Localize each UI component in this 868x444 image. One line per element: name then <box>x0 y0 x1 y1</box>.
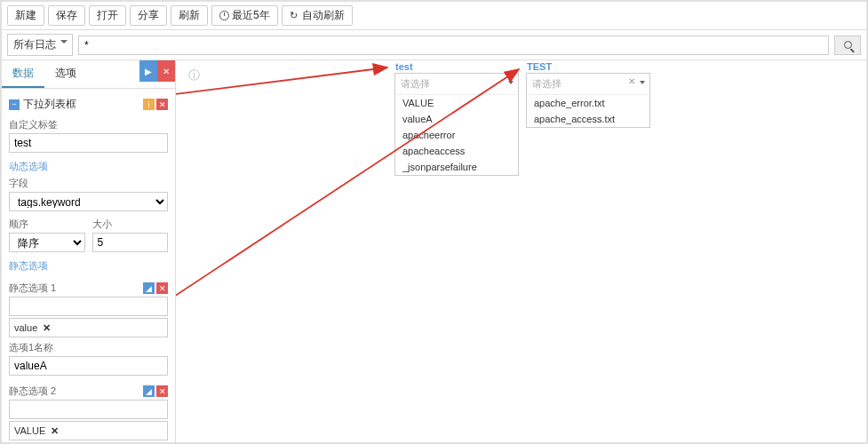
static-options-header[interactable]: 静态选项 <box>9 259 168 273</box>
tag-icon[interactable]: ◢ <box>143 385 155 397</box>
tab-data[interactable]: 数据 <box>2 60 44 88</box>
caret-down-icon <box>640 81 645 84</box>
static-option-1-title: 静态选项 1 <box>9 281 56 295</box>
static-option-1-chip: value ✕ <box>9 318 168 337</box>
order-label-1: 顺序 <box>9 218 85 231</box>
sidebar-tabs: 数据 选项 ▶ ✕ <box>2 60 175 89</box>
custom-label-label: 自定义标签 <box>9 118 168 131</box>
time-range-button[interactable]: 最近5年 <box>211 5 278 26</box>
tag-icon[interactable]: ◢ <box>143 282 155 294</box>
delete-option-button[interactable]: ✕ <box>156 282 168 294</box>
chip-remove-icon[interactable]: ✕ <box>43 322 51 334</box>
preview-dropdown-list: apache_error.txt apache_access.txt <box>527 95 649 127</box>
preview-dropdown-label: test <box>395 61 413 72</box>
search-bar: 所有日志 <box>2 30 866 60</box>
close-sidebar-button[interactable]: ✕ <box>157 60 175 82</box>
field-label-1: 字段 <box>9 177 168 190</box>
clear-icon[interactable]: ✕ <box>628 76 635 86</box>
static-option-1-header: 静态选项 1 ◢ ✕ <box>9 281 168 295</box>
search-icon <box>844 41 852 49</box>
size-label-1: 大小 <box>92 218 169 231</box>
field-select-1[interactable]: tags.keyword <box>9 192 168 211</box>
auto-refresh-button[interactable]: 自动刷新 <box>282 5 353 26</box>
search-button[interactable] <box>834 36 861 55</box>
share-button[interactable]: 分享 <box>130 5 167 26</box>
collapse-icon[interactable]: − <box>9 99 20 110</box>
static-option-2-title: 静态选项 2 <box>9 385 56 398</box>
panel-info-button[interactable]: i <box>143 99 155 110</box>
list-item[interactable]: apacheaccess <box>395 143 518 159</box>
caret-down-icon <box>60 40 68 44</box>
main-preview: ⓘ test 请选择 VALUE valueA apacheerror apac… <box>176 60 866 444</box>
chip-remove-icon[interactable]: ✕ <box>51 425 59 437</box>
size-input-1[interactable] <box>92 233 169 252</box>
sidebar-body: − 下拉列表框 i ✕ 自定义标签 动态选项 字段 tags.keyword 顺… <box>2 89 175 444</box>
dropdown-placeholder: 请选择 <box>532 78 561 89</box>
open-button[interactable]: 打开 <box>89 5 126 26</box>
list-item[interactable]: apacheerror <box>395 127 518 143</box>
clock-icon <box>219 11 229 20</box>
save-button[interactable]: 保存 <box>48 5 85 26</box>
log-source-label: 所有日志 <box>13 38 56 51</box>
option-1-name-input[interactable] <box>9 356 168 376</box>
order-select-1[interactable]: 降序 <box>9 233 85 252</box>
auto-refresh-label: 自动刷新 <box>302 8 345 23</box>
static-option-2-chip: VALUE ✕ <box>9 421 168 440</box>
preview-dropdown-test-caps: TEST 请选择 ✕ apache_error.txt apache_acces… <box>526 73 650 128</box>
list-item[interactable]: valueA <box>395 111 518 127</box>
refresh-button[interactable]: 刷新 <box>171 5 208 26</box>
panel-delete-button[interactable]: ✕ <box>156 99 168 110</box>
list-item[interactable]: apache_access.txt <box>527 111 649 127</box>
delete-option-button[interactable]: ✕ <box>156 385 168 397</box>
panel-1-title: 下拉列表框 <box>23 97 76 112</box>
list-item[interactable]: VALUE <box>395 95 518 111</box>
caret-down-icon <box>508 81 514 84</box>
list-item[interactable]: apache_error.txt <box>527 95 649 111</box>
log-source-select[interactable]: 所有日志 <box>7 34 73 56</box>
run-button[interactable]: ▶ <box>139 60 157 82</box>
help-icon[interactable]: ⓘ <box>188 68 200 82</box>
time-range-label: 最近5年 <box>232 8 270 23</box>
sidebar: 数据 选项 ▶ ✕ − 下拉列表框 i ✕ 自定义标签 动态选项 字段 tags… <box>2 60 176 444</box>
panel-1-header: − 下拉列表框 i ✕ <box>9 94 168 115</box>
dynamic-options-header-1[interactable]: 动态选项 <box>9 160 168 173</box>
custom-label-input-1[interactable] <box>9 133 168 153</box>
svg-line-1 <box>176 67 387 112</box>
new-button[interactable]: 新建 <box>7 5 44 26</box>
preview-dropdown-trigger[interactable]: 请选择 ✕ <box>527 74 649 95</box>
preview-dropdown-test: test 请选择 VALUE valueA apacheerror apache… <box>394 73 519 176</box>
preview-dropdown-trigger[interactable]: 请选择 <box>395 74 518 95</box>
static-option-1-input[interactable] <box>9 297 168 316</box>
preview-dropdown-list: VALUE valueA apacheerror apacheaccess _j… <box>395 95 518 175</box>
search-input[interactable] <box>78 36 829 55</box>
list-item[interactable]: _jsonparsefailure <box>395 159 518 175</box>
tab-options[interactable]: 选项 <box>44 60 87 88</box>
option-1-name-label: 选项1名称 <box>9 341 168 354</box>
preview-dropdown-label: TEST <box>527 61 552 72</box>
static-option-2-input[interactable] <box>9 400 168 419</box>
dropdown-placeholder: 请选择 <box>401 78 430 89</box>
chip-value: value <box>14 322 37 333</box>
static-option-2-header: 静态选项 2 ◢ ✕ <box>9 385 168 398</box>
chip-value: VALUE <box>14 425 45 436</box>
top-toolbar: 新建 保存 打开 分享 刷新 最近5年 自动刷新 <box>2 2 866 30</box>
